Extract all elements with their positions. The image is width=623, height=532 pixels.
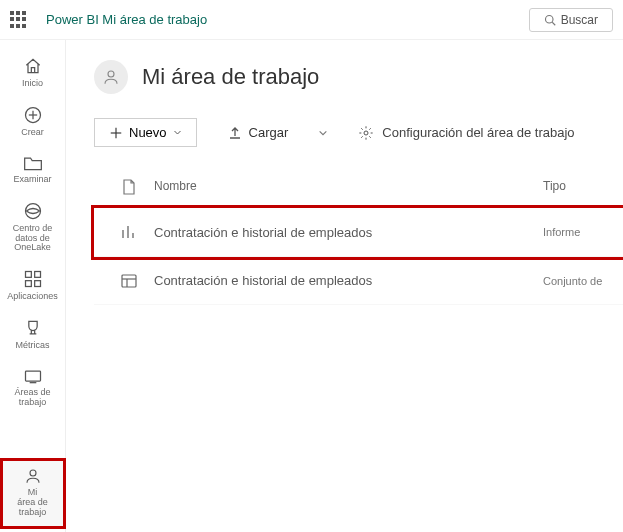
new-button[interactable]: Nuevo — [94, 118, 197, 147]
report-icon — [120, 224, 138, 240]
svg-point-0 — [545, 15, 553, 23]
row-type: Informe — [543, 226, 613, 238]
nav-create[interactable]: Crear — [3, 99, 63, 146]
search-button[interactable]: Buscar — [529, 8, 613, 32]
person-icon — [102, 68, 120, 86]
workspace-settings-button[interactable]: Configuración del área de trabajo — [358, 125, 574, 141]
top-bar: Power BI Mi área de trabajo Buscar — [0, 0, 623, 40]
upload-button[interactable]: Cargar — [227, 125, 289, 141]
upload-icon — [227, 125, 243, 141]
svg-rect-7 — [34, 272, 40, 278]
svg-point-12 — [30, 470, 36, 476]
nav-browse[interactable]: Examinar — [3, 148, 63, 193]
nav-metrics[interactable]: Métricas — [3, 312, 63, 359]
table-row[interactable]: Contratación e historial de empleados Co… — [94, 257, 623, 305]
svg-point-5 — [25, 203, 40, 218]
dataset-icon — [121, 274, 137, 288]
toolbar: Nuevo Cargar Configuración del área de t… — [94, 118, 623, 147]
folder-icon — [23, 154, 43, 172]
workspaces-icon — [23, 367, 43, 385]
workspace-avatar — [94, 60, 128, 94]
svg-rect-6 — [25, 272, 31, 278]
chevron-down-icon — [318, 128, 328, 138]
header-icon — [104, 179, 154, 195]
gear-icon — [358, 125, 374, 141]
header-name[interactable]: Nombre — [154, 179, 543, 195]
svg-point-13 — [108, 71, 114, 77]
row-type: Conjunto de — [543, 275, 613, 287]
content-table: Nombre Tipo Contratación e historial de … — [94, 179, 623, 305]
nav-workspaces[interactable]: Áreas de trabajo — [3, 361, 63, 416]
svg-rect-20 — [122, 275, 136, 287]
header-type[interactable]: Tipo — [543, 179, 613, 195]
home-icon — [23, 56, 43, 76]
workspace-header: Mi área de trabajo — [94, 60, 623, 94]
app-launcher-icon[interactable] — [10, 11, 28, 29]
file-icon — [122, 179, 136, 195]
onelake-icon — [23, 201, 43, 221]
plus-icon — [109, 126, 123, 140]
search-label: Buscar — [561, 13, 598, 27]
nav-my-workspace[interactable]: Mi área de trabajo — [3, 461, 63, 526]
table-row[interactable]: Contratación e historial de empleados In… — [94, 208, 623, 257]
plus-circle-icon — [23, 105, 43, 125]
left-nav: Inicio Crear Examinar Centro de datos de… — [0, 40, 66, 532]
svg-rect-9 — [34, 281, 40, 287]
upload-chevron[interactable] — [318, 128, 328, 138]
apps-icon — [23, 269, 43, 289]
main-content: Mi área de trabajo Nuevo Cargar Configur… — [66, 40, 623, 532]
svg-line-1 — [552, 22, 555, 25]
chevron-down-icon — [173, 128, 182, 137]
nav-home[interactable]: Inicio — [3, 50, 63, 97]
search-icon — [544, 14, 556, 26]
svg-point-16 — [364, 131, 368, 135]
person-icon — [24, 467, 42, 485]
table-header: Nombre Tipo — [94, 179, 623, 208]
nav-onelake[interactable]: Centro de datos de OneLake — [3, 195, 63, 262]
page-title: Mi área de trabajo — [142, 64, 319, 90]
breadcrumb[interactable]: Power BI Mi área de trabajo — [46, 12, 207, 27]
nav-apps[interactable]: Aplicaciones — [3, 263, 63, 310]
trophy-icon — [23, 318, 43, 338]
row-name: Contratación e historial de empleados — [154, 225, 543, 240]
svg-rect-8 — [25, 281, 31, 287]
row-name: Contratación e historial de empleados — [154, 273, 543, 288]
svg-rect-10 — [25, 371, 40, 381]
